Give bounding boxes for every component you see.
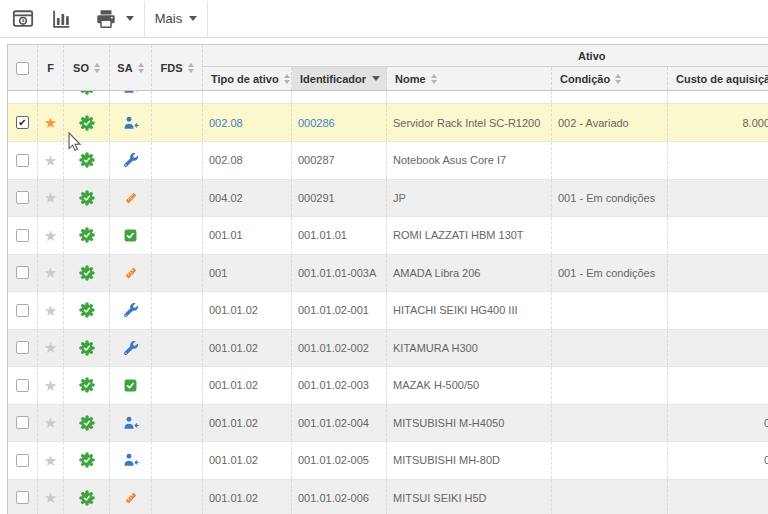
asset-type-cell-text: 001.01.02 [209, 492, 258, 504]
table-row[interactable]: ★001.01.02001.01.02-004MITSUBISHI M-H405… [8, 405, 768, 443]
acquisition-cost-text: 0 [764, 417, 768, 429]
row-sa-cell [110, 217, 152, 254]
row-checkbox[interactable] [16, 341, 29, 354]
table-row[interactable]: ★001.01.02001.01.02-006MITSUI SEIKI H5D [8, 480, 768, 514]
identifier-cell-text[interactable]: 000286 [298, 117, 335, 129]
row-favorite-cell: ★ [38, 480, 64, 514]
preview-button[interactable] [8, 4, 38, 34]
row-checkbox[interactable] [16, 191, 29, 204]
badge-check-icon[interactable] [79, 452, 95, 468]
badge-check-icon[interactable] [79, 91, 95, 95]
row-sa-cell [110, 255, 152, 292]
favorite-star-icon[interactable]: ★ [44, 115, 57, 130]
row-checkbox[interactable]: ✔ [16, 116, 29, 129]
row-checkbox[interactable] [16, 154, 29, 167]
asset-type-cell-text: 002.08 [209, 154, 243, 166]
sort-icon [431, 74, 437, 84]
acquisition-cost-cell [668, 292, 768, 329]
favorite-star-icon[interactable]: ★ [44, 303, 57, 318]
badge-check-icon[interactable] [79, 415, 95, 431]
favorite-star-icon[interactable]: ★ [44, 265, 57, 280]
header-select-cell [8, 45, 38, 91]
table-row-partial[interactable] [8, 91, 768, 104]
print-options-button[interactable] [122, 4, 138, 34]
asset-type-cell-text[interactable]: 002.08 [209, 117, 243, 129]
header-fds[interactable]: FDS [152, 45, 203, 91]
row-checkbox[interactable] [16, 266, 29, 279]
row-sa-cell [110, 405, 152, 442]
favorite-star-icon[interactable]: ★ [44, 340, 57, 355]
badge-check-icon[interactable] [79, 115, 95, 131]
chart-button[interactable] [46, 4, 76, 34]
favorite-star-icon[interactable]: ★ [44, 228, 57, 243]
row-sa-cell [110, 330, 152, 367]
check-square-icon[interactable] [123, 228, 138, 243]
favorite-star-icon[interactable]: ★ [44, 378, 57, 393]
badge-check-icon[interactable] [79, 227, 95, 243]
table-row[interactable]: ★001.01.02001.01.02-005MITSUBISHI MH-80D… [8, 442, 768, 480]
table-row[interactable]: ★001001.01.01-003AAMADA Libra 206001 - E… [8, 255, 768, 293]
table-row[interactable]: ★001.01001.01.01ROMI LAZZATI HBM 130T [8, 217, 768, 255]
row-select-cell [8, 142, 38, 179]
header-custo-aquisicao[interactable]: Custo de aquisição [668, 67, 768, 90]
more-button[interactable]: Mais [147, 4, 205, 34]
header-nome[interactable]: Nome [387, 67, 552, 90]
header-identificador-label: Identificador [300, 73, 366, 85]
favorite-star-icon[interactable]: ★ [44, 453, 57, 468]
header-tipo-de-ativo[interactable]: Tipo de ativo [203, 67, 292, 90]
user-arrow-icon[interactable] [123, 452, 139, 468]
favorite-star-icon[interactable]: ★ [44, 490, 57, 505]
header-identificador[interactable]: Identificador [292, 67, 387, 90]
identifier-cell-text: 001.01.02-003 [298, 379, 369, 391]
check-square-icon[interactable] [123, 378, 138, 393]
row-checkbox[interactable] [16, 304, 29, 317]
wrench-icon[interactable] [124, 153, 138, 167]
badge-check-icon[interactable] [79, 340, 95, 356]
badge-check-icon[interactable] [79, 190, 95, 206]
header-favorite[interactable]: F [38, 45, 64, 91]
name-cell: HITACHI SEIKI HG400 III [387, 292, 552, 329]
badge-check-icon[interactable] [79, 490, 95, 506]
table-row[interactable]: ★001.01.02001.01.02-001HITACHI SEIKI HG4… [8, 292, 768, 330]
row-checkbox[interactable] [16, 416, 29, 429]
user-arrow-icon[interactable] [123, 115, 139, 131]
header-favorite-label: F [47, 62, 54, 74]
favorite-star-icon[interactable]: ★ [44, 190, 57, 205]
wrench-icon[interactable] [124, 303, 138, 317]
ruler-icon[interactable] [123, 190, 139, 206]
table-row[interactable]: ✔★002.08000286Servidor Rack Intel SC-R12… [8, 104, 768, 142]
table-row[interactable]: ★002.08000287Notebook Asus Core I7 [8, 142, 768, 180]
user-arrow-icon[interactable] [123, 415, 139, 431]
badge-check-icon[interactable] [79, 377, 95, 393]
header-columns-row: Tipo de ativo Identificador Nome Condiçã… [203, 67, 768, 90]
name-cell-text: ROMI LAZZATI HBM 130T [393, 229, 524, 241]
row-checkbox[interactable] [16, 454, 29, 467]
table-row[interactable]: ★001.01.02001.01.02-003MAZAK H-500/50 [8, 367, 768, 405]
header-so[interactable]: SO [64, 45, 110, 91]
badge-check-icon[interactable] [79, 265, 95, 281]
favorite-star-icon[interactable]: ★ [44, 415, 57, 430]
ruler-icon[interactable] [123, 490, 139, 506]
table-row[interactable]: ★004.02000291JP001 - Em condições [8, 180, 768, 218]
name-cell-text: JP [393, 192, 406, 204]
row-checkbox[interactable] [16, 229, 29, 242]
condition-cell-text: 001 - Em condições [558, 192, 655, 204]
wrench-icon[interactable] [124, 341, 138, 355]
table-row[interactable]: ★001.01.02001.01.02-002KITAMURA H300 [8, 330, 768, 368]
user-arrow-icon[interactable] [123, 91, 139, 95]
header-sa[interactable]: SA [110, 45, 152, 91]
header-condicao[interactable]: Condição [552, 67, 668, 90]
condition-cell [552, 330, 668, 367]
bar-chart-icon [50, 8, 72, 30]
name-cell: MITSUBISHI MH-80D [387, 442, 552, 479]
badge-check-icon[interactable] [79, 152, 95, 168]
print-button[interactable] [90, 4, 122, 34]
row-checkbox[interactable] [16, 491, 29, 504]
select-all-checkbox[interactable] [16, 62, 29, 75]
row-checkbox[interactable] [16, 379, 29, 392]
ruler-icon[interactable] [123, 265, 139, 281]
badge-check-icon[interactable] [79, 302, 95, 318]
favorite-star-icon[interactable]: ★ [44, 153, 57, 168]
asset-type-cell-text: 001.01.02 [209, 304, 258, 316]
name-cell: Servidor Rack Intel SC-R1200 [387, 104, 552, 141]
